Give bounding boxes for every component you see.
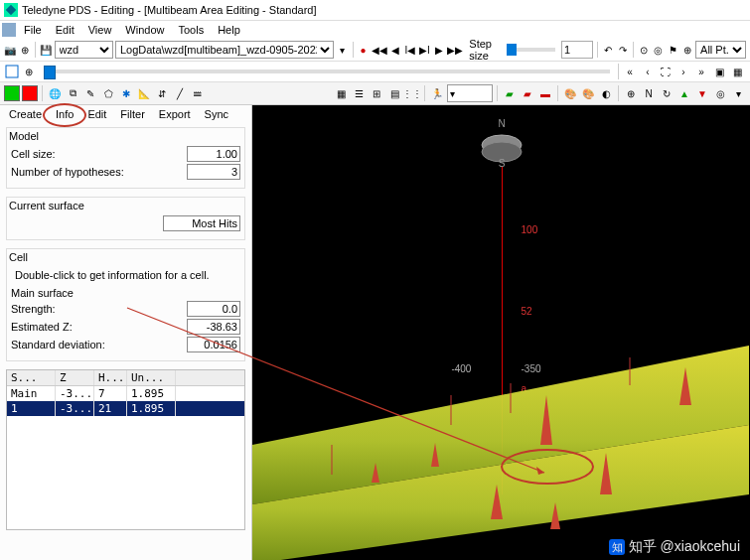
step-back-icon[interactable]: І◀ <box>403 41 416 59</box>
target2-icon[interactable]: ◎ <box>712 85 728 101</box>
tool-measure-icon[interactable]: 📐 <box>136 85 152 101</box>
play-icon[interactable]: ▶ <box>433 41 446 59</box>
flag-icon[interactable]: ⚑ <box>667 41 679 59</box>
tool-shift-icon[interactable]: ⇵ <box>154 85 170 101</box>
expand-icon[interactable]: ⊕ <box>20 63 38 80</box>
cube-icon[interactable] <box>4 64 20 79</box>
surface-field[interactable] <box>163 215 240 231</box>
grid-row[interactable]: Main-3...71.895 <box>7 386 244 401</box>
step-size-label: Step size <box>469 38 501 62</box>
compass-widget[interactable]: N S <box>478 117 525 171</box>
rewind-icon[interactable]: ◀◀ <box>372 41 387 59</box>
tool-chart-icon[interactable]: ⩸ <box>190 85 206 101</box>
redo-icon[interactable]: ↷ <box>616 41 629 59</box>
bucket-icon[interactable]: ▰ <box>502 85 518 101</box>
record-icon[interactable]: ● <box>357 41 370 59</box>
num-hyp-label: Number of hypotheses: <box>11 166 124 178</box>
palette2-icon[interactable]: 🎨 <box>580 85 596 101</box>
step-size-field[interactable] <box>561 41 593 59</box>
step-size-slider[interactable] <box>507 48 555 52</box>
tab-create[interactable]: Create <box>2 106 49 122</box>
main-surface-label: Main surface <box>11 287 240 299</box>
window-title: Teledyne PDS - Editing - [Multibeam Area… <box>22 4 317 16</box>
timeline-row: ⊕ « ‹ ⛶ › » ▣ ▦ <box>0 62 750 82</box>
speed-dropdown[interactable]: ▾ <box>447 84 493 102</box>
menu-window[interactable]: Window <box>119 23 170 37</box>
spin-icon[interactable]: ↻ <box>659 85 675 101</box>
separator <box>424 85 425 101</box>
project-combo[interactable]: wzd <box>55 41 113 59</box>
tab-export[interactable]: Export <box>152 106 198 122</box>
target-icon[interactable]: ◎ <box>652 41 665 59</box>
layer-red-icon[interactable]: ▬ <box>537 85 553 101</box>
fwd1-icon[interactable]: › <box>675 63 692 80</box>
layers-icon[interactable]: ☰ <box>351 85 367 101</box>
points-icon[interactable]: ⋮⋮ <box>404 85 420 101</box>
model-group: Model Cell size: Number of hypotheses: <box>6 127 245 189</box>
viewport-3d[interactable]: N S 100 52 a -400 -350 <box>252 105 750 560</box>
tool-chain-icon[interactable]: ⧉ <box>65 85 80 101</box>
estz-field <box>187 319 240 335</box>
bucket2-icon[interactable]: ▰ <box>520 85 535 101</box>
prev-icon[interactable]: ◀ <box>389 41 402 59</box>
tab-edit[interactable]: Edit <box>80 106 113 122</box>
filter-combo[interactable]: All Pt. <box>695 41 746 59</box>
tool-globe-icon[interactable]: 🌐 <box>47 85 63 101</box>
compass-toggle-icon[interactable]: ⊕ <box>623 85 639 101</box>
north-icon[interactable]: N <box>641 85 657 101</box>
fullscreen-icon[interactable]: ⛶ <box>657 63 675 80</box>
areasel-icon[interactable]: ▣ <box>710 63 728 80</box>
runner-icon[interactable]: 🏃 <box>429 85 445 101</box>
solid-icon[interactable]: ▤ <box>386 85 402 101</box>
separator <box>597 42 598 58</box>
wire-icon[interactable]: ⊞ <box>369 85 384 101</box>
dropdown-button[interactable]: ▾ <box>336 41 349 59</box>
contrast-icon[interactable]: ◐ <box>598 85 614 101</box>
hypothesis-grid[interactable]: S... Z H... Un... Main-3...71.895 1-3...… <box>6 369 245 530</box>
compass-icon[interactable]: ⊕ <box>19 41 32 59</box>
tab-info[interactable]: Info <box>49 106 80 122</box>
timeline-slider[interactable] <box>44 70 610 73</box>
save-icon[interactable]: 💾 <box>40 41 53 59</box>
tool-axes-icon[interactable]: ✱ <box>118 85 134 101</box>
down-icon[interactable]: ▼ <box>694 85 710 101</box>
grid-row-selected[interactable]: 1-3...211.895 <box>7 401 244 416</box>
menu-view[interactable]: View <box>82 23 118 37</box>
tab-sync[interactable]: Sync <box>198 106 235 122</box>
color-red-icon[interactable] <box>22 85 38 101</box>
origin-icon[interactable]: ⊙ <box>638 41 651 59</box>
cell-size-field[interactable] <box>187 146 240 162</box>
menu-help[interactable]: Help <box>212 23 246 37</box>
logfile-combo[interactable]: LogData\wzd[multibeam]_wzd-0905-20220906… <box>115 41 334 59</box>
grid-icon[interactable]: ▦ <box>333 85 349 101</box>
num-hyp-field[interactable] <box>187 164 240 180</box>
menu-file[interactable]: File <box>18 23 48 37</box>
surface-title: Current surface <box>9 200 240 211</box>
panel-tabs: Create Info Edit Filter Export Sync <box>0 105 251 123</box>
separator <box>633 42 634 58</box>
tab-filter[interactable]: Filter <box>113 106 151 122</box>
step-fwd-icon[interactable]: ▶І <box>418 41 431 59</box>
annotation-ellipse <box>501 449 594 485</box>
back1-icon[interactable]: ‹ <box>639 63 657 80</box>
drop-icon[interactable]: ▾ <box>730 85 746 101</box>
strength-field <box>187 301 240 317</box>
menu-edit[interactable]: Edit <box>50 23 80 37</box>
svg-rect-2 <box>6 66 18 77</box>
crosshair-icon[interactable]: ⊕ <box>680 41 693 59</box>
tool-line-icon[interactable]: ╱ <box>172 85 188 101</box>
palette1-icon[interactable]: 🎨 <box>562 85 578 101</box>
camera-icon[interactable]: 📷 <box>4 41 17 59</box>
nav-icon[interactable]: ▦ <box>728 63 746 80</box>
ffwd-icon[interactable]: ▶▶ <box>447 41 463 59</box>
back5-icon[interactable]: « <box>621 63 639 80</box>
tool-polygon-icon[interactable]: ⬠ <box>100 85 116 101</box>
tool-brush-icon[interactable]: ✎ <box>82 85 98 101</box>
color-green-icon[interactable] <box>4 85 20 101</box>
undo-icon[interactable]: ↶ <box>602 41 615 59</box>
separator <box>618 85 619 101</box>
menu-tools[interactable]: Tools <box>172 23 210 37</box>
fwd5-icon[interactable]: » <box>692 63 710 80</box>
watermark: 知 知乎 @xiaokcehui <box>609 538 740 556</box>
up-icon[interactable]: ▲ <box>676 85 692 101</box>
